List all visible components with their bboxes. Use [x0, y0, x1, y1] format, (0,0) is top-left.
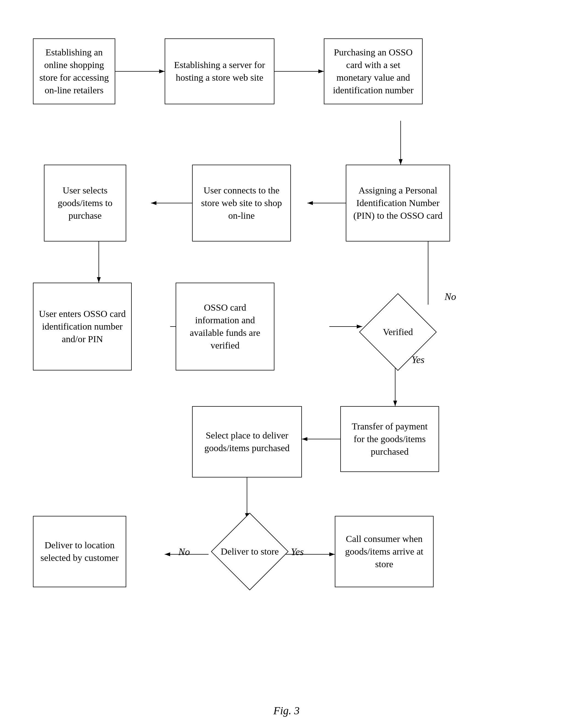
box-user-connects: User connects to the store web site to s…	[192, 165, 291, 242]
box-osso-card-info-verified: OSSO card information and available fund…	[176, 282, 274, 370]
box-establishing-online-store: Establishing an online shopping store fo…	[33, 39, 115, 104]
diamond-deliver-label: Deliver to store	[221, 545, 279, 558]
figure-label: Fig. 3	[273, 704, 300, 717]
box-transfer-payment: Transfer of payment for the goods/items …	[340, 406, 439, 472]
no-label-verified: No	[445, 291, 456, 302]
yes-label-verified: Yes	[412, 354, 424, 365]
box-user-enters-osso: User enters OSSO card identification num…	[33, 282, 132, 370]
box-establishing-server: Establishing a server for hosting a stor…	[165, 39, 274, 104]
diamond-deliver-wrapper: Deliver to store	[214, 516, 285, 587]
box-assigning-pin: Assigning a Personal Identification Numb…	[346, 165, 450, 242]
box-user-selects-goods: User selects goods/items to purchase	[44, 165, 126, 242]
diamond-verified-label: Verified	[383, 326, 413, 339]
box-call-consumer: Call consumer when goods/items arrive at…	[335, 516, 433, 587]
yes-label-deliver: Yes	[291, 546, 304, 558]
box-select-deliver-place: Select place to deliver goods/items purc…	[192, 406, 302, 477]
no-label-deliver: No	[178, 546, 190, 558]
box-purchasing-osso-card: Purchasing an OSSO card with a set monet…	[324, 39, 423, 104]
box-deliver-to-location: Deliver to location selected by customer	[33, 516, 126, 587]
